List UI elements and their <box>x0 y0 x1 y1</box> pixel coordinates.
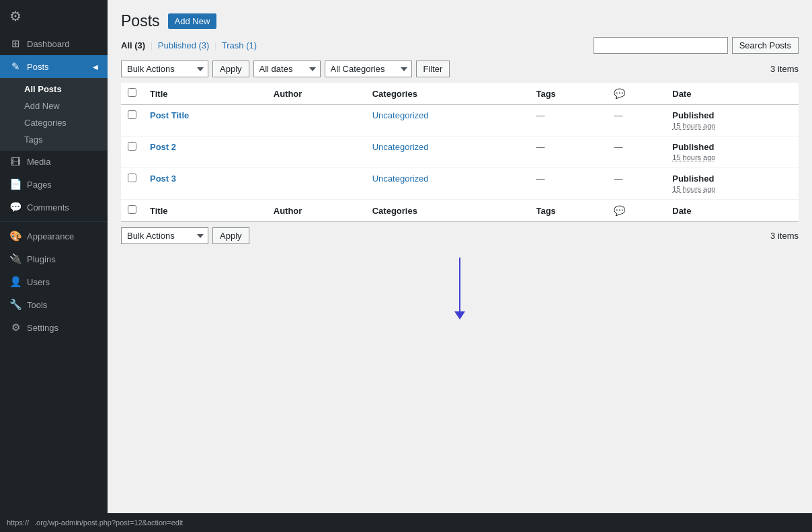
search-button[interactable]: Search Posts <box>732 37 799 54</box>
categories-filter-select[interactable]: All Categories <box>325 61 412 77</box>
tags-col-header: Tags <box>529 83 607 105</box>
bulk-actions-select-top[interactable]: Bulk Actions Edit Move to Trash <box>121 61 208 77</box>
row2-tags-cell: — <box>529 137 607 168</box>
sidebar-item-appearance[interactable]: 🎨 Appearance <box>0 225 108 248</box>
sidebar-item-media[interactable]: 🎞 Media <box>0 151 108 173</box>
row1-checkbox-cell <box>121 105 143 137</box>
posts-arrow-icon: ◀ <box>93 63 98 71</box>
published-count: (3) <box>198 40 209 50</box>
select-all-col <box>121 83 143 105</box>
title-col-header: Title <box>143 83 267 105</box>
row3-tags-cell: — <box>529 168 607 200</box>
footer-author-col: Author <box>267 200 366 222</box>
apply-button-bottom[interactable]: Apply <box>212 227 249 244</box>
filter-published-link[interactable]: Published (3) <box>158 40 210 50</box>
row1-category-link[interactable]: Uncategorized <box>372 110 429 120</box>
sidebar-item-posts[interactable]: ✎ Posts ◀ <box>0 55 108 78</box>
add-new-button[interactable]: Add New <box>168 13 217 29</box>
row1-category-cell: Uncategorized <box>366 105 530 137</box>
footer-date-col: Date <box>665 200 799 222</box>
bulk-actions-select-bottom[interactable]: Bulk Actions Edit Move to Trash <box>121 227 208 244</box>
row1-checkbox[interactable] <box>128 110 136 119</box>
row2-category-link[interactable]: Uncategorized <box>372 142 429 152</box>
row3-category-link[interactable]: Uncategorized <box>372 174 429 184</box>
sidebar-separator-1 <box>0 221 108 222</box>
sidebar-subitem-categories[interactable]: Categories <box>0 114 108 131</box>
dates-filter-select[interactable]: All dates <box>253 61 321 77</box>
top-toolbar: Bulk Actions Edit Move to Trash Apply Al… <box>121 61 799 77</box>
page-title: Posts <box>121 12 160 30</box>
sidebar-subitem-add-new[interactable]: Add New <box>0 98 108 114</box>
table-row: Post 2 Edit | Quick Edit | Trash | View <box>121 137 799 168</box>
categories-col-header: Categories <box>366 83 530 105</box>
row2-title-cell: Post 2 Edit | Quick Edit | Trash | View <box>143 137 267 168</box>
arrow-head <box>454 311 465 319</box>
row1-title-cell: Post Title Edit | Quick Edit | Trash | V… <box>143 105 267 137</box>
sidebar-label-users: Users <box>27 277 50 287</box>
wp-logo-icon: ⚙ <box>9 8 22 24</box>
filter-button[interactable]: Filter <box>416 61 450 77</box>
apply-button-top[interactable]: Apply <box>212 61 249 77</box>
sidebar-item-pages[interactable]: 📄 Pages <box>0 173 108 196</box>
sidebar-item-settings[interactable]: ⚙ Settings <box>0 316 108 339</box>
select-all-checkbox[interactable] <box>128 88 136 97</box>
table-header-row: Title Author Categories Tags 💬 Date <box>121 83 799 105</box>
sep-2: | <box>214 40 216 50</box>
sidebar-item-dashboard[interactable]: ⊞ Dashboard <box>0 32 108 55</box>
row3-date-status: Published <box>672 174 714 184</box>
items-count-top: 3 items <box>770 64 799 74</box>
sidebar-item-tools[interactable]: 🔧 Tools <box>0 293 108 316</box>
table-footer-row: Title Author Categories Tags 💬 Date <box>121 200 799 222</box>
sidebar-label-posts: Posts <box>27 62 49 72</box>
sidebar-label-pages: Pages <box>27 180 52 190</box>
users-icon: 👤 <box>9 276 22 288</box>
appearance-icon: 🎨 <box>9 230 22 242</box>
footer-select-all-col <box>121 200 143 222</box>
footer-tags-col: Tags <box>529 200 607 222</box>
footer-select-all-checkbox[interactable] <box>128 205 136 214</box>
row3-date-cell: Published 15 hours ago <box>665 168 799 200</box>
table-row: Post Title Edit | Quick Edit | Trash | V… <box>121 105 799 137</box>
footer-categories-col: Categories <box>366 200 530 222</box>
row3-checkbox[interactable] <box>128 174 136 182</box>
sidebar-label-appearance: Appearance <box>27 231 74 241</box>
media-icon: 🎞 <box>9 156 22 167</box>
comment-footer-icon: 💬 <box>614 205 625 216</box>
filter-all-link[interactable]: All (3) <box>121 40 145 50</box>
search-input[interactable] <box>594 37 728 54</box>
sidebar-logo: ⚙ <box>0 0 108 32</box>
all-count: (3) <box>134 40 145 50</box>
row1-title-link[interactable]: Post Title <box>150 110 189 120</box>
posts-icon: ✎ <box>9 61 22 73</box>
sidebar-item-users[interactable]: 👤 Users <box>0 270 108 293</box>
row3-title-cell: Post 3 Edit | Quick Edit | Trash | View <box>143 168 267 200</box>
sidebar-subitem-tags[interactable]: Tags <box>0 131 108 148</box>
sidebar-subitem-all-posts[interactable]: All Posts <box>0 81 108 98</box>
footer-comments-col: 💬 <box>607 200 665 222</box>
trash-count: (1) <box>246 40 257 50</box>
row3-category-cell: Uncategorized <box>366 168 530 200</box>
content-area: Posts Add New All (3) | Published (3) | … <box>108 0 812 532</box>
dashboard-icon: ⊞ <box>9 38 22 50</box>
row3-checkbox-cell <box>121 168 143 200</box>
posts-table: Title Author Categories Tags 💬 Date <box>121 83 799 222</box>
sidebar-item-plugins[interactable]: 🔌 Plugins <box>0 248 108 270</box>
sidebar-item-comments[interactable]: 💬 Comments <box>0 196 108 219</box>
bottom-toolbar: Bulk Actions Edit Move to Trash Apply 3 … <box>121 227 799 244</box>
row2-checkbox[interactable] <box>128 142 136 151</box>
posts-table-body: Post Title Edit | Quick Edit | Trash | V… <box>121 105 799 222</box>
footer-title-col: Title <box>143 200 267 222</box>
tools-icon: 🔧 <box>9 299 22 311</box>
row2-title-link[interactable]: Post 2 <box>150 142 176 152</box>
sidebar: ⚙ ⊞ Dashboard ✎ Posts ◀ All Posts Add Ne… <box>0 0 108 532</box>
comment-header-icon: 💬 <box>614 88 625 99</box>
page-header: Posts Add New <box>121 12 799 30</box>
row2-date-status: Published <box>672 142 714 152</box>
search-area: Search Posts <box>594 37 799 54</box>
filter-trash-link[interactable]: Trash (1) <box>222 40 257 50</box>
row3-title-link[interactable]: Post 3 <box>150 174 176 184</box>
comments-col-header: 💬 <box>607 83 665 105</box>
filter-links-group: All (3) | Published (3) | Trash (1) <box>121 40 257 50</box>
row1-author-cell <box>267 105 366 137</box>
sidebar-label-plugins: Plugins <box>27 254 56 264</box>
